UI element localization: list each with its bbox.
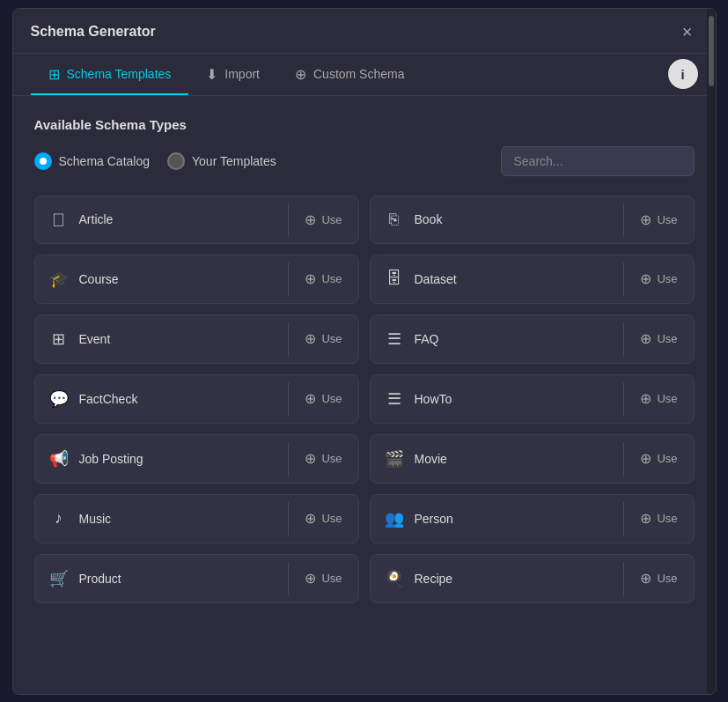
search-input[interactable] — [501, 146, 695, 176]
scrollbar-track[interactable] — [707, 9, 716, 694]
music-icon: ♪ — [49, 509, 69, 528]
custom-schema-icon: ⊕ — [295, 66, 306, 83]
schema-card-article[interactable]: ⎕ Article ⊕ Use — [34, 196, 359, 244]
recipe-label: Recipe — [415, 572, 453, 586]
use-book-button[interactable]: ⊕ Use — [624, 196, 693, 243]
dataset-label: Dataset — [415, 272, 457, 286]
schema-card-music[interactable]: ♪ Music ⊕ Use — [34, 494, 359, 543]
use-howto-label: Use — [657, 392, 677, 405]
event-icon: ⊞ — [49, 329, 69, 349]
schema-card-course[interactable]: 🎓 Course ⊕ Use — [34, 255, 359, 304]
dialog-title: Schema Generator — [31, 24, 156, 40]
howto-label: HowTo — [415, 392, 452, 406]
card-left-music: ♪ Music — [35, 495, 289, 542]
use-person-button[interactable]: ⊕ Use — [624, 495, 693, 543]
article-icon: ⎕ — [49, 211, 69, 229]
tab-custom-schema[interactable]: ⊕ Custom Schema — [277, 54, 422, 95]
use-faq-button[interactable]: ⊕ Use — [624, 315, 693, 363]
use-recipe-icon: ⊕ — [640, 570, 651, 587]
use-course-button[interactable]: ⊕ Use — [289, 255, 357, 303]
radio-group: Schema Catalog Your Templates — [34, 152, 276, 170]
use-article-icon: ⊕ — [305, 211, 316, 228]
use-event-button[interactable]: ⊕ Use — [289, 315, 357, 363]
use-recipe-button[interactable]: ⊕ Use — [624, 555, 693, 602]
use-job-posting-icon: ⊕ — [305, 450, 316, 467]
schema-card-event[interactable]: ⊞ Event ⊕ Use — [34, 314, 359, 364]
radio-schema-catalog[interactable]: Schema Catalog — [34, 152, 151, 170]
use-person-icon: ⊕ — [640, 510, 651, 527]
use-job-posting-button[interactable]: ⊕ Use — [289, 435, 357, 483]
card-left-product: 🛒 Product — [35, 555, 289, 602]
tab-import-label: Import — [224, 67, 260, 81]
info-button[interactable]: i — [668, 59, 698, 89]
use-person-label: Use — [657, 512, 677, 525]
job-posting-icon: 📢 — [49, 449, 69, 469]
card-left-faq: ☰ FAQ — [371, 315, 624, 363]
product-icon: 🛒 — [49, 569, 69, 588]
radio-your-templates[interactable]: Your Templates — [167, 152, 276, 170]
use-book-label: Use — [657, 213, 677, 226]
dataset-icon: 🗄 — [385, 270, 404, 288]
use-dataset-icon: ⊕ — [640, 270, 651, 287]
tab-schema-templates-label: Schema Templates — [67, 67, 172, 81]
schema-card-factcheck[interactable]: 💬 FactCheck ⊕ Use — [34, 374, 359, 424]
use-howto-button[interactable]: ⊕ Use — [624, 375, 693, 423]
schema-card-howto[interactable]: ☰ HowTo ⊕ Use — [370, 374, 695, 424]
use-factcheck-button[interactable]: ⊕ Use — [289, 375, 357, 423]
schema-templates-icon: ⊞ — [48, 66, 60, 83]
schema-card-job-posting[interactable]: 📢 Job Posting ⊕ Use — [34, 434, 359, 484]
card-left-book: ⎘ Book — [371, 196, 624, 243]
schema-card-book[interactable]: ⎘ Book ⊕ Use — [370, 196, 695, 244]
faq-label: FAQ — [415, 332, 439, 346]
tab-custom-schema-label: Custom Schema — [313, 67, 404, 81]
tab-schema-templates[interactable]: ⊞ Schema Templates — [31, 54, 189, 95]
howto-icon: ☰ — [385, 389, 404, 409]
use-movie-button[interactable]: ⊕ Use — [624, 435, 693, 483]
card-left-person: 👥 Person — [371, 495, 624, 543]
use-book-icon: ⊕ — [640, 211, 651, 228]
recipe-icon: 🍳 — [385, 569, 404, 588]
use-course-label: Use — [321, 272, 342, 285]
schema-card-recipe[interactable]: 🍳 Recipe ⊕ Use — [370, 554, 695, 603]
schema-card-faq[interactable]: ☰ FAQ ⊕ Use — [370, 314, 695, 364]
scrollbar-thumb[interactable] — [709, 16, 714, 86]
card-left-dataset: 🗄 Dataset — [371, 255, 624, 302]
schema-card-person[interactable]: 👥 Person ⊕ Use — [370, 494, 695, 543]
book-icon: ⎘ — [385, 211, 404, 229]
radio-templates-circle — [167, 152, 185, 170]
use-faq-label: Use — [657, 332, 677, 345]
card-left-job-posting: 📢 Job Posting — [35, 435, 289, 483]
music-label: Music — [79, 512, 112, 526]
schema-card-movie[interactable]: 🎬 Movie ⊕ Use — [370, 434, 695, 484]
factcheck-icon: 💬 — [49, 389, 69, 409]
card-left-movie: 🎬 Movie — [371, 435, 624, 483]
title-bar: Schema Generator × — [13, 9, 716, 54]
radio-catalog-circle — [34, 152, 52, 170]
close-button[interactable]: × — [677, 21, 698, 42]
use-event-label: Use — [321, 332, 342, 345]
schema-card-dataset[interactable]: 🗄 Dataset ⊕ Use — [370, 255, 695, 304]
use-product-icon: ⊕ — [305, 570, 316, 587]
card-left-recipe: 🍳 Recipe — [371, 555, 624, 602]
import-icon: ⬇ — [206, 66, 217, 83]
person-icon: 👥 — [385, 509, 404, 528]
use-factcheck-label: Use — [321, 392, 342, 405]
use-article-button[interactable]: ⊕ Use — [289, 196, 357, 243]
use-music-button[interactable]: ⊕ Use — [289, 495, 357, 543]
article-label: Article — [79, 212, 114, 226]
use-product-label: Use — [321, 572, 342, 585]
schema-card-product[interactable]: 🛒 Product ⊕ Use — [34, 554, 359, 603]
person-label: Person — [415, 512, 453, 526]
tab-bar: ⊞ Schema Templates ⬇ Import ⊕ Custom Sch… — [13, 54, 716, 96]
card-left-course: 🎓 Course — [35, 255, 289, 303]
movie-icon: 🎬 — [385, 449, 404, 469]
product-label: Product — [79, 572, 121, 586]
job-posting-label: Job Posting — [79, 452, 143, 466]
use-article-label: Use — [321, 213, 342, 226]
use-dataset-button[interactable]: ⊕ Use — [624, 255, 693, 303]
use-job-posting-label: Use — [321, 452, 342, 465]
tab-import[interactable]: ⬇ Import — [188, 54, 277, 95]
use-music-icon: ⊕ — [305, 510, 316, 527]
use-product-button[interactable]: ⊕ Use — [289, 555, 357, 602]
use-factcheck-icon: ⊕ — [305, 390, 316, 407]
